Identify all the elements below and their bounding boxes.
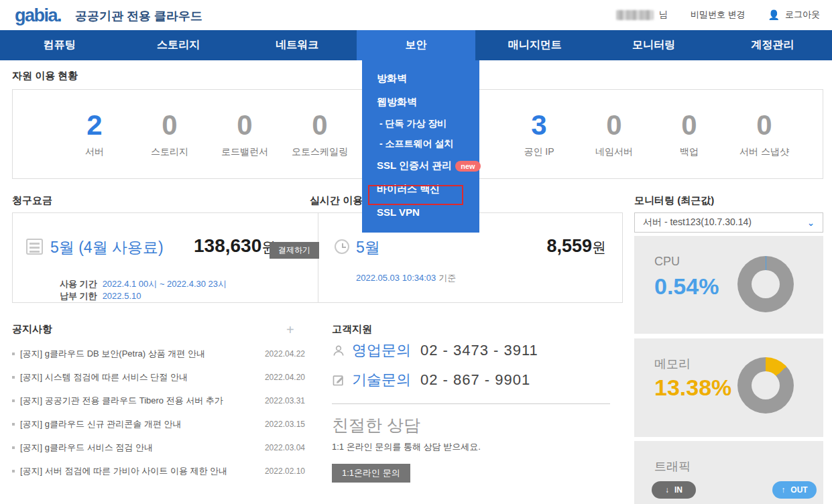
notice-item[interactable]: [공지] 시스템 점검에 따른 서비스 단절 안내 2022.04.20 (12, 365, 305, 389)
notice-item[interactable]: [공지] g클라우드 신규 관리콘솔 개편 안내 2022.03.15 (12, 412, 305, 436)
stat-autoscaling-label: 오토스케일링 (282, 146, 357, 158)
stat-snapshot-value: 0 (727, 110, 802, 141)
notice-list: [공지] g클라우드 DB 보안(Petra) 상품 개편 안내 2022.04… (12, 342, 305, 483)
stat-autoscaling[interactable]: 0 오토스케일링 (282, 110, 357, 158)
stat-server-label: 서버 (57, 146, 132, 158)
user-icon: 👤 (768, 9, 780, 20)
online-inquiry-button[interactable]: 1:1온라인 문의 (332, 464, 410, 483)
site-title: 공공기관 전용 클라우드 (75, 8, 202, 24)
memory-label: 메모리 (654, 356, 691, 372)
bullet-icon (12, 446, 15, 449)
person-outline-icon (332, 344, 345, 357)
stat-backup[interactable]: 0 백업 (652, 110, 727, 158)
notice-item[interactable]: [공지] 공공기관 전용 클라우드 Tibero 전용 서버 추가 2022.0… (12, 389, 305, 412)
due-date-row: 납부 기한2022.5.10 (60, 290, 141, 302)
stat-loadbalancer-value: 0 (207, 110, 282, 141)
menu-item-dedicated-virtual-device[interactable]: - 단독 가상 장비 (362, 114, 479, 134)
new-badge: new (455, 161, 480, 172)
tab-computing[interactable]: 컴퓨팅 (0, 30, 119, 60)
password-change-link[interactable]: 비밀번호 변경 (691, 9, 746, 21)
clock-icon (335, 239, 349, 254)
memory-panel: 메모리 13.38% (634, 338, 823, 437)
menu-item-ssl-cert[interactable]: SSL 인증서 관리 new (362, 154, 479, 178)
username-redacted (616, 10, 654, 20)
main-nav: 컴퓨팅 스토리지 네트워크 보안 매니지먼트 모니터링 계정관리 (0, 30, 832, 60)
tab-network[interactable]: 네트워크 (238, 30, 357, 60)
cpu-value: 0.54% (654, 273, 719, 300)
realtime-timestamp: 2022.05.03 10:34:03기준 (356, 272, 456, 284)
memory-donut-chart (737, 357, 794, 414)
sales-label[interactable]: 영업문의 (352, 340, 411, 361)
stat-public-ip-label: 공인 IP (501, 146, 577, 158)
billing-month: 5월 (4월 사용료) (50, 237, 164, 258)
monitoring-title: 모니터링 (최근값) (634, 194, 714, 207)
notice-item[interactable]: [공지] 서버 점검에 따른 가비아 사이트 이용 제한 안내 2022.02.… (12, 459, 305, 483)
notice-item[interactable]: [공지] g클라우드 DB 보안(Petra) 상품 개편 안내 2022.04… (12, 342, 305, 365)
bullet-icon (12, 423, 15, 426)
tab-management[interactable]: 매니지먼트 (475, 30, 594, 60)
traffic-in-button[interactable]: ↓ IN (652, 481, 696, 499)
tab-security[interactable]: 보안 (357, 30, 475, 60)
stat-nameserver-value: 0 (577, 110, 652, 141)
tab-account[interactable]: 계정관리 (713, 30, 832, 60)
stat-public-ip-value: 3 (501, 110, 577, 141)
stat-storage[interactable]: 0 스토리지 (132, 110, 207, 158)
stat-nameserver-label: 네임서버 (577, 146, 652, 158)
tab-storage[interactable]: 스토리지 (119, 30, 237, 60)
cpu-donut-chart (737, 256, 794, 312)
cpu-label: CPU (654, 255, 680, 269)
pay-button[interactable]: 결제하기 (270, 242, 319, 259)
sales-phone: 02 - 3473 - 3911 (420, 342, 538, 359)
server-select-value: 서버 - test123(10.7.30.14) (643, 216, 807, 229)
consult-description: 1:1 온라인 문의를 통해 상담 받으세요. (332, 441, 481, 453)
tech-phone: 02 - 867 - 9901 (420, 371, 530, 389)
menu-item-software-install[interactable]: - 소프트웨어 설치 (362, 134, 479, 154)
support-title: 고객지원 (332, 323, 372, 336)
logout-link[interactable]: 로그아웃 (785, 9, 820, 21)
tech-contact-row: 기술문의 02 - 867 - 9901 (332, 370, 530, 390)
stat-storage-value: 0 (132, 110, 207, 141)
notices-more-button[interactable]: + (286, 322, 294, 338)
consult-title: 친절한 상담 (332, 414, 420, 436)
stat-backup-label: 백업 (652, 146, 727, 158)
stat-loadbalancer[interactable]: 0 로드밸런서 (207, 110, 282, 158)
header-user-area: 님 비밀번호 변경 👤 로그아웃 (616, 9, 820, 21)
usage-period-row: 사용 기간2022.4.1 00시 ~ 2022.4.30 23시 (60, 278, 227, 290)
menu-item-ssl-vpn[interactable]: SSL VPN (362, 201, 479, 223)
realtime-amount: 8,559원 (546, 236, 606, 257)
gabia-logo[interactable]: gabia. (15, 5, 61, 26)
notice-item[interactable]: [공지] g클라우드 서비스 점검 안내 2022.03.04 (12, 436, 305, 459)
stat-snapshot[interactable]: 0 서버 스냅샷 (727, 110, 802, 158)
sales-contact-row: 영업문의 02 - 3473 - 3911 (332, 340, 538, 361)
notices-title: 공지사항 (12, 323, 52, 336)
traffic-panel: 트래픽 ↓ IN ↑ OUT (634, 441, 823, 504)
bullet-icon (12, 399, 15, 402)
resources-title: 자원 이용 현황 (12, 70, 78, 82)
stat-autoscaling-value: 0 (282, 110, 357, 141)
stat-server[interactable]: 2 서버 (57, 110, 132, 158)
server-select[interactable]: 서버 - test123(10.7.30.14) ⌄ (634, 212, 823, 233)
menu-item-web-firewall[interactable]: 웹방화벽 (362, 90, 479, 114)
traffic-label: 트래픽 (654, 458, 691, 475)
menu-item-firewall[interactable]: 방화벽 (362, 67, 479, 90)
arrow-up-icon: ↑ (781, 485, 785, 495)
billing-amount: 138,630원 (194, 235, 276, 257)
security-dropdown-menu: 방화벽 웹방화벽 - 단독 가상 장비 - 소프트웨어 설치 SSL 인증서 관… (362, 60, 479, 233)
chevron-down-icon: ⌄ (807, 218, 815, 228)
calendar-icon (26, 239, 43, 255)
bullet-icon (12, 376, 15, 379)
divider (332, 403, 610, 404)
edit-icon (332, 373, 345, 387)
stat-nameserver[interactable]: 0 네임서버 (577, 110, 652, 158)
header: gabia. 공공기관 전용 클라우드 님 비밀번호 변경 👤 로그아웃 (0, 0, 832, 30)
stat-snapshot-label: 서버 스냅샷 (727, 146, 802, 158)
stat-backup-value: 0 (652, 110, 727, 141)
tech-label[interactable]: 기술문의 (352, 370, 411, 390)
billing-panel: 5월 (4월 사용료) 138,630원 결제하기 사용 기간2022.4.1 … (12, 212, 623, 303)
menu-item-virus-vaccine[interactable]: 바이러스 백신 (362, 178, 479, 201)
stat-server-value: 2 (57, 110, 132, 141)
traffic-out-button[interactable]: ↑ OUT (772, 481, 817, 499)
tab-monitoring[interactable]: 모니터링 (594, 30, 713, 60)
stat-loadbalancer-label: 로드밸런서 (207, 146, 282, 158)
stat-public-ip[interactable]: 3 공인 IP (501, 110, 577, 158)
